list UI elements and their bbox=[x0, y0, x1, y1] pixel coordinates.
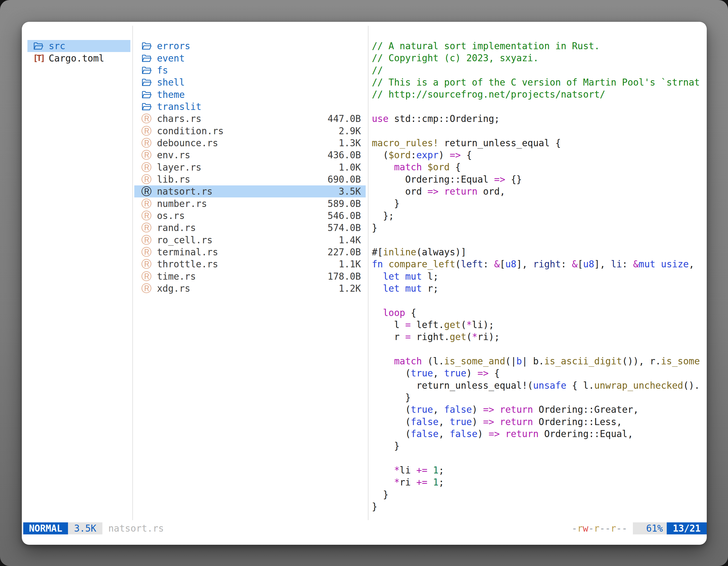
file-row-number-rs[interactable]: Ⓡ number.rs 589.0B bbox=[134, 198, 366, 210]
status-file-name: natsort.rs bbox=[108, 522, 164, 534]
item-name: shell bbox=[157, 77, 185, 88]
file-row-rand-rs[interactable]: Ⓡ rand.rs 574.0B bbox=[134, 222, 366, 234]
code-line: } bbox=[372, 391, 707, 403]
code-line: (false, false) => return Ordering::Equal… bbox=[372, 428, 707, 440]
code-line: Ordering::Equal => {} bbox=[372, 173, 707, 186]
item-size: 589.0B bbox=[328, 198, 361, 209]
item-name: condition.rs bbox=[157, 126, 224, 137]
folder-open-icon bbox=[141, 65, 154, 76]
rust-icon: Ⓡ bbox=[141, 247, 154, 257]
pane-divider-right bbox=[368, 26, 368, 520]
folder-row-theme[interactable]: theme bbox=[134, 88, 366, 100]
pane-divider-left bbox=[132, 26, 133, 520]
rust-icon: Ⓡ bbox=[141, 223, 154, 233]
item-size: 178.0B bbox=[328, 271, 361, 282]
rust-icon: Ⓡ bbox=[141, 162, 154, 173]
rust-icon: Ⓡ bbox=[141, 126, 154, 136]
item-size: 436.0B bbox=[328, 150, 361, 161]
item-size: 1.0K bbox=[339, 162, 361, 173]
item-name: time.rs bbox=[157, 271, 196, 282]
item-name: number.rs bbox=[157, 198, 207, 209]
item-name: rand.rs bbox=[157, 222, 196, 233]
code-line: return_unless_equal!(unsafe { l.unwrap_u… bbox=[372, 379, 707, 391]
parent-directory-pane: src [T] Cargo.toml bbox=[27, 40, 130, 64]
code-line: // bbox=[372, 64, 707, 76]
item-name: env.rs bbox=[157, 150, 190, 161]
code-line: } bbox=[372, 501, 707, 513]
parent-item-cargo-toml[interactable]: [T] Cargo.toml bbox=[27, 52, 130, 64]
file-row-chars-rs[interactable]: Ⓡ chars.rs 447.0B bbox=[134, 113, 366, 125]
folder-row-fs[interactable]: fs bbox=[134, 64, 366, 76]
item-size: 227.0B bbox=[328, 247, 361, 258]
code-line bbox=[372, 101, 707, 113]
folder-row-translit[interactable]: translit bbox=[134, 101, 366, 113]
file-row-throttle-rs[interactable]: Ⓡ throttle.rs 1.1K bbox=[134, 258, 366, 270]
folder-open-icon bbox=[141, 41, 154, 51]
file-row-debounce-rs[interactable]: Ⓡ debounce.rs 1.3K bbox=[134, 137, 366, 149]
item-name: event bbox=[157, 53, 185, 64]
item-name: Cargo.toml bbox=[49, 53, 104, 64]
code-line: } bbox=[372, 488, 707, 501]
rust-icon: Ⓡ bbox=[141, 235, 154, 245]
toml-icon: [T] bbox=[33, 54, 45, 62]
parent-item-src[interactable]: src bbox=[27, 40, 130, 52]
status-bar: NORMAL 3.5K natsort.rs -rw-r--r-- 61% 13… bbox=[23, 522, 707, 534]
item-name: theme bbox=[157, 89, 185, 100]
yazi-file-manager-window: src [T] Cargo.toml errors event fs shell… bbox=[22, 22, 707, 545]
file-row-xdg-rs[interactable]: Ⓡ xdg.rs 1.2K bbox=[134, 283, 366, 294]
item-name: throttle.rs bbox=[157, 259, 218, 270]
code-line: } bbox=[372, 198, 707, 210]
cursor-position-badge: 13/21 bbox=[667, 522, 707, 534]
item-size: 1.4K bbox=[339, 235, 361, 246]
code-line: }; bbox=[372, 210, 707, 222]
item-name: lib.rs bbox=[157, 174, 190, 185]
item-name: translit bbox=[157, 101, 201, 112]
current-directory-pane: errors event fs shell theme translit Ⓡ c… bbox=[134, 40, 366, 294]
code-line: *li += 1; bbox=[372, 464, 707, 476]
folder-open-icon bbox=[141, 53, 154, 64]
code-line: // A natural sort implementation in Rust… bbox=[372, 40, 707, 52]
item-size: 2.9K bbox=[339, 126, 361, 137]
file-row-lib-rs[interactable]: Ⓡ lib.rs 690.0B bbox=[134, 173, 366, 186]
folder-row-shell[interactable]: shell bbox=[134, 76, 366, 88]
item-size: 574.0B bbox=[328, 222, 361, 233]
code-line: let mut l; bbox=[372, 271, 707, 283]
code-line: #[inline(always)] bbox=[372, 246, 707, 258]
code-line: macro_rules! return_unless_equal { bbox=[372, 137, 707, 149]
folder-open-icon bbox=[141, 102, 154, 112]
item-name: errors bbox=[157, 41, 190, 51]
file-row-terminal-rs[interactable]: Ⓡ terminal.rs 227.0B bbox=[134, 246, 366, 258]
folder-row-event[interactable]: event bbox=[134, 52, 366, 64]
folder-open-icon bbox=[141, 77, 154, 88]
file-row-natsort-rs[interactable]: Ⓡ natsort.rs 3.5K bbox=[134, 186, 366, 198]
file-preview-pane[interactable]: // A natural sort implementation in Rust… bbox=[372, 40, 707, 517]
file-row-os-rs[interactable]: Ⓡ os.rs 546.0B bbox=[134, 210, 366, 222]
file-permissions: -rw-r--r-- bbox=[572, 522, 627, 534]
code-line: } bbox=[372, 222, 707, 234]
code-line: l = left.get(*li); bbox=[372, 319, 707, 331]
code-line bbox=[372, 452, 707, 464]
scroll-percent: 61% bbox=[633, 522, 667, 534]
rust-icon: Ⓡ bbox=[141, 114, 154, 124]
file-row-condition-rs[interactable]: Ⓡ condition.rs 2.9K bbox=[134, 125, 366, 137]
item-name: ro_cell.rs bbox=[157, 235, 213, 246]
status-file-size: 3.5K bbox=[68, 522, 102, 534]
file-row-ro-cell-rs[interactable]: Ⓡ ro_cell.rs 1.4K bbox=[134, 234, 366, 246]
rust-icon: Ⓡ bbox=[141, 283, 154, 293]
folder-row-errors[interactable]: errors bbox=[134, 40, 366, 52]
code-line: // Copyright (c) 2023, sxyazi. bbox=[372, 52, 707, 64]
item-name: xdg.rs bbox=[157, 283, 190, 294]
code-line bbox=[372, 294, 707, 306]
file-row-layer-rs[interactable]: Ⓡ layer.rs 1.0K bbox=[134, 161, 366, 173]
item-size: 690.0B bbox=[328, 174, 361, 185]
folder-open-icon bbox=[141, 90, 154, 100]
item-name: natsort.rs bbox=[157, 186, 213, 197]
rust-icon: Ⓡ bbox=[141, 271, 154, 282]
code-line: ord => return ord, bbox=[372, 186, 707, 198]
item-name: debounce.rs bbox=[157, 138, 218, 149]
rust-icon: Ⓡ bbox=[141, 199, 154, 209]
rust-icon: Ⓡ bbox=[141, 150, 154, 160]
file-row-env-rs[interactable]: Ⓡ env.rs 436.0B bbox=[134, 149, 366, 161]
file-row-time-rs[interactable]: Ⓡ time.rs 178.0B bbox=[134, 271, 366, 283]
rust-icon: Ⓡ bbox=[141, 138, 154, 148]
